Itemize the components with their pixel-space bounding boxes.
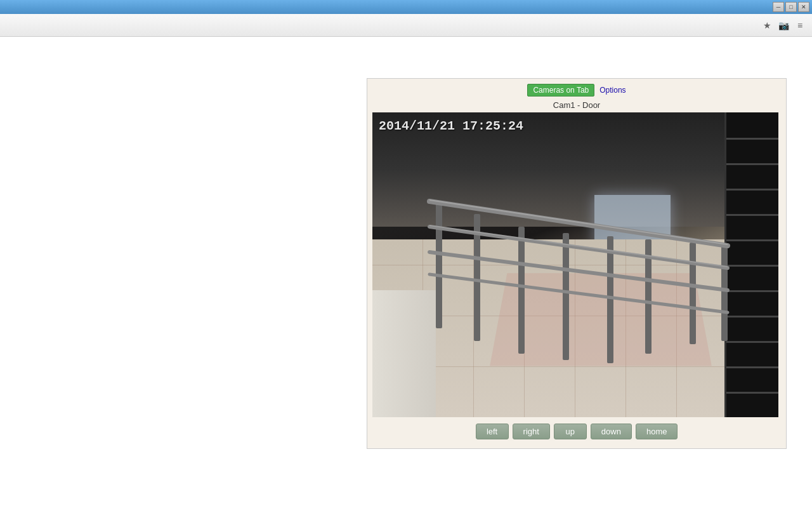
svg-rect-3 xyxy=(563,233,569,360)
camera-icon[interactable]: 📷 xyxy=(776,18,790,32)
camera-feed: 2014/11/21 17:25:24 xyxy=(372,112,778,417)
title-bar-buttons: ─ □ ✕ xyxy=(773,2,809,12)
menu-icon[interactable]: ≡ xyxy=(793,18,807,32)
camera-label: Cam1 - Door xyxy=(372,100,781,110)
down-button[interactable]: down xyxy=(591,424,632,439)
camera-panel: Cameras on Tab Options Cam1 - Door xyxy=(367,78,787,449)
svg-rect-2 xyxy=(518,227,525,354)
nav-bar: ★ 📷 ≡ xyxy=(0,14,812,37)
close-button[interactable]: ✕ xyxy=(798,2,809,12)
left-button[interactable]: left xyxy=(476,424,509,439)
home-button[interactable]: home xyxy=(636,424,678,439)
title-bar: ─ □ ✕ xyxy=(0,0,812,14)
right-button[interactable]: right xyxy=(513,424,550,439)
timestamp: 2014/11/21 17:25:24 xyxy=(379,119,523,133)
camera-feed-container: 2014/11/21 17:25:24 xyxy=(372,112,778,417)
svg-rect-4 xyxy=(607,236,613,363)
handrail-svg xyxy=(372,112,778,417)
up-button[interactable]: up xyxy=(554,424,587,439)
panel-header: Cameras on Tab Options xyxy=(372,84,781,97)
maximize-button[interactable]: □ xyxy=(785,2,797,12)
controls-bar: left right up down home xyxy=(372,417,781,443)
minimize-button[interactable]: ─ xyxy=(773,2,784,12)
favorite-icon[interactable]: ★ xyxy=(760,18,774,32)
page-content: Cameras on Tab Options Cam1 - Door xyxy=(0,37,812,508)
svg-rect-6 xyxy=(690,243,696,344)
cameras-on-tab-button[interactable]: Cameras on Tab xyxy=(527,84,594,97)
svg-rect-7 xyxy=(721,246,728,341)
svg-rect-0 xyxy=(436,201,442,328)
options-link[interactable]: Options xyxy=(599,86,625,95)
